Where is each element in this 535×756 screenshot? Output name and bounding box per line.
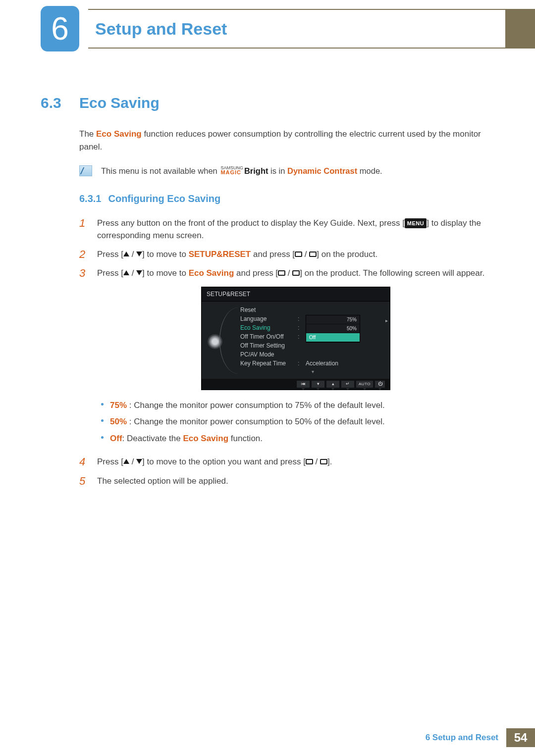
page-footer: 6 Setup and Reset 54 xyxy=(426,728,535,747)
osd-scroll-down-icon: ▾ xyxy=(240,368,385,377)
bullet-50: 50% : Change the monitor power consumpti… xyxy=(99,415,494,428)
osd-screenshot: SETUP&RESET Reset Language:English Eco S… xyxy=(201,287,390,390)
osd-bracket-decoration xyxy=(219,307,239,374)
enter-icon xyxy=(292,270,300,276)
step-number: 5 xyxy=(79,475,88,488)
steps-list: 1 Press any button on the front of the p… xyxy=(79,217,494,488)
osd-menu: Reset Language:English Eco Saving: 75% 5… xyxy=(228,304,390,379)
note-icon xyxy=(79,165,92,176)
step-number: 3 xyxy=(79,267,88,450)
section-heading: 6.3Eco Saving xyxy=(41,92,494,114)
osd-auto-button: AUTO xyxy=(356,381,373,388)
down-arrow-icon xyxy=(136,459,142,464)
step-5: 5 The selected option will be applied. xyxy=(79,475,494,488)
osd-option-off: Off xyxy=(306,333,360,342)
step-number: 1 xyxy=(79,217,88,242)
menu-button-icon: MENU xyxy=(405,218,427,229)
subsection-title: Configuring Eco Saving xyxy=(108,193,220,204)
osd-item-eco-saving: Eco Saving: 75% 50% Off xyxy=(240,323,385,332)
up-arrow-icon xyxy=(123,270,129,275)
osd-option-50: 50% xyxy=(306,324,360,333)
osd-right-caret-icon: ▸ xyxy=(385,317,388,324)
header-accent-block xyxy=(505,9,535,49)
osd-power-icon: ⏻ xyxy=(375,381,385,388)
osd-enter-icon: ↵ xyxy=(341,381,354,388)
section-number: 6.3 xyxy=(41,92,79,114)
osd-up-icon: ▴ xyxy=(326,381,339,388)
down-arrow-icon xyxy=(136,270,142,275)
note: This menu is not available when SAMSUNGM… xyxy=(79,165,494,177)
step-1: 1 Press any button on the front of the p… xyxy=(79,217,494,242)
enter-icon xyxy=(309,252,317,257)
enter-icon xyxy=(320,459,327,464)
osd-item-key-repeat: Key Repeat Time:Acceleration xyxy=(240,359,385,368)
subsection-heading: 6.3.1Configuring Eco Saving xyxy=(79,191,494,206)
step-4: 4 Press [ / ] to move to the option you … xyxy=(79,455,494,468)
bullet-75: 75% : Change the monitor power consumpti… xyxy=(99,399,494,412)
osd-title: SETUP&RESET xyxy=(202,287,390,302)
footer-chapter: 6 Setup and Reset xyxy=(426,728,506,747)
section-intro: The Eco Saving function reduces power co… xyxy=(79,128,494,153)
note-text: This menu is not available when SAMSUNGM… xyxy=(101,165,382,177)
subsection-number: 6.3.1 xyxy=(79,193,101,204)
down-arrow-icon xyxy=(136,252,142,256)
option-bullets: 75% : Change the monitor power consumpti… xyxy=(99,399,494,445)
chapter-header: 6 Setup and Reset xyxy=(0,9,535,49)
source-icon xyxy=(278,270,285,276)
osd-down-icon: ▾ xyxy=(312,381,324,388)
chapter-title: Setup and Reset xyxy=(88,9,505,49)
page-number: 54 xyxy=(506,728,535,747)
osd-item-reset: Reset xyxy=(240,305,385,314)
section-title: Eco Saving xyxy=(79,95,160,111)
osd-back-icon: ⏮ xyxy=(297,381,310,388)
step-number: 2 xyxy=(79,248,88,261)
step-3: 3 Press [ / ] to move to Eco Saving and … xyxy=(79,267,494,450)
bullet-off: Off: Deactivate the Eco Saving function. xyxy=(99,432,494,445)
chapter-number-badge: 6 xyxy=(41,6,79,51)
source-icon xyxy=(295,252,302,257)
source-icon xyxy=(306,459,313,464)
step-number: 4 xyxy=(79,455,88,468)
osd-footer: ⏮ ▾ ▴ ↵ AUTO ⏻ xyxy=(202,379,390,390)
up-arrow-icon xyxy=(123,459,129,464)
osd-item-pcav: PC/AV Mode xyxy=(240,350,385,359)
osd-option-75: 75% xyxy=(306,315,360,324)
up-arrow-icon xyxy=(123,252,129,256)
step-2: 2 Press [ / ] to move to SETUP&RESET and… xyxy=(79,248,494,261)
